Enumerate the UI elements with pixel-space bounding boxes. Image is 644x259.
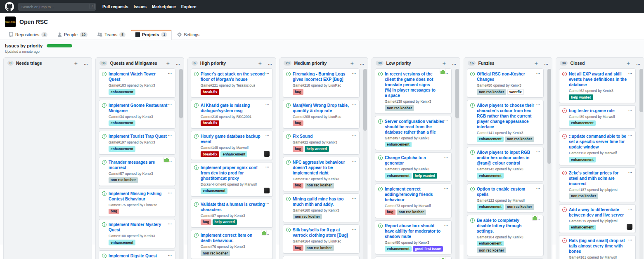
project-card[interactable]: ✓ Not all EXP award and skill events hav…	[559, 68, 636, 103]
project-card[interactable]: ! Implement Gnome Restaurant Minigame Ga…	[99, 100, 175, 129]
add-card-button[interactable]: +	[258, 61, 262, 65]
card-menu-button[interactable]: …	[265, 101, 270, 106]
project-card[interactable]: ✓ bug tester in-game role Game#89 opened…	[559, 105, 636, 129]
project-card[interactable]: ! Al Kharid gate is missing dialogue/sys…	[191, 100, 273, 129]
project-card[interactable]: ! Implement Digsite Quest Game#181 opene…	[99, 250, 175, 259]
issue-title-link[interactable]: Implement Murder Mystery Quest	[109, 222, 168, 233]
card-menu-button[interactable]: …	[168, 70, 173, 75]
project-card[interactable]: ! Implement Missing Fishing Contest Beha…	[99, 188, 175, 217]
column-scrollbar-thumb[interactable]	[547, 69, 551, 164]
issue-title-link[interactable]: Report abuse box should have ability for…	[385, 223, 445, 239]
project-card[interactable]: ! In recent versions of the client the g…	[375, 68, 452, 114]
project-card[interactable]: ! Thrander messages are incorrect Game#5…	[99, 157, 175, 186]
project-card[interactable]: ! Firemaking - Burning Logs gives incorr…	[283, 68, 360, 98]
project-card[interactable]: ! Player's get stuck on the second floor…	[191, 68, 273, 98]
org-name[interactable]: Open RSC	[19, 19, 48, 25]
column-scrollbar-thumb[interactable]	[179, 69, 183, 118]
issue-title-link[interactable]: Implement Missing Fishing Contest Behavi…	[109, 191, 168, 202]
project-card[interactable]: ! Implement correct item on death behavi…	[191, 230, 273, 259]
issue-title-link[interactable]: Implement Gnome Restaurant Minigame	[109, 103, 168, 113]
issue-title-link[interactable]: Allow players to input RGB and/or hex co…	[477, 150, 537, 166]
card-menu-button[interactable]: …	[444, 154, 449, 158]
issue-title-link[interactable]: Implement Tourist Trap Quest	[109, 134, 168, 139]
project-card[interactable]: ! Option to enable custom spells Game#12…	[467, 184, 544, 213]
column-scrollbar-thumb[interactable]	[363, 69, 367, 131]
project-card[interactable]: ! Validate that a human is creating char…	[191, 199, 273, 228]
project-card[interactable]: ! Mining guild mine has too much mith an…	[283, 193, 360, 223]
project-card[interactable]: ! Change Captcha to a generator Game#21 …	[375, 152, 452, 181]
nav-marketplace[interactable]: Marketplace	[152, 5, 176, 9]
issue-title-link[interactable]: Implement correct adding/removing friend…	[385, 186, 445, 202]
project-card[interactable]: ! Implement proper nginx conf from dev i…	[191, 162, 273, 197]
org-avatar[interactable]: Open RSC	[5, 16, 16, 27]
assignee-avatar[interactable]	[264, 188, 270, 193]
assignee-avatar[interactable]	[163, 157, 169, 162]
issue-title-link[interactable]: Rats (big and small) drop rat tails almo…	[569, 238, 629, 254]
issue-title-link[interactable]: Zeke's scimitar prices for steel and mit…	[569, 170, 629, 186]
project-card[interactable]: ! Report abuse box should have ability f…	[375, 220, 452, 255]
column-menu-button[interactable]: …	[84, 61, 88, 66]
column-menu-button[interactable]: …	[268, 61, 272, 66]
project-card[interactable]: ! Fix Sound Game#22 opened by Kenix3 bug…	[283, 131, 360, 155]
tab-people[interactable]: People 10	[53, 29, 92, 40]
card-menu-button[interactable]: …	[352, 257, 357, 259]
project-card[interactable]: ✓ ::update command able to be set a spec…	[559, 131, 636, 165]
nav-pull-requests[interactable]: Pull requests	[102, 5, 128, 9]
project-card[interactable]: ! Implement correct adding/removing frie…	[375, 184, 452, 218]
project-card[interactable]: ! Allow players to choose their characte…	[467, 100, 544, 145]
card-menu-button[interactable]: …	[628, 107, 633, 111]
assignee-avatar[interactable]	[440, 68, 445, 74]
tab-repositories[interactable]: Repositories 4	[4, 29, 52, 40]
issue-title-link[interactable]: Not all EXP award and skill events have …	[569, 71, 629, 87]
card-menu-button[interactable]: …	[444, 222, 449, 226]
card-menu-button[interactable]: …	[536, 185, 541, 190]
project-card[interactable]: ! Be able to completely disable lottery …	[467, 215, 544, 256]
project-card[interactable]: ! Official RSC non-Kosher Changes Game#5…	[467, 68, 544, 98]
issue-title-link[interactable]: bug tester in-game role	[569, 108, 629, 113]
card-menu-button[interactable]: …	[628, 237, 633, 241]
card-menu-button[interactable]: …	[536, 148, 541, 153]
card-menu-button[interactable]: …	[352, 158, 357, 163]
tab-projects[interactable]: Projects 1	[131, 30, 172, 40]
project-card[interactable]: ✓ Add a way to differentiate between dev…	[559, 204, 636, 233]
column-menu-button[interactable]: …	[544, 61, 548, 66]
project-card[interactable]: ✓ Rats (big and small) drop rat tails al…	[559, 235, 636, 259]
card-menu-button[interactable]: …	[352, 226, 357, 231]
tab-settings[interactable]: Settings	[173, 29, 204, 40]
issue-title-link[interactable]: Implement Digsite Quest	[109, 253, 168, 259]
issue-title-link[interactable]: Server configuration variables should be…	[385, 119, 445, 135]
project-card[interactable]: ✓ Zeke's scimitar prices for steel and m…	[559, 167, 636, 202]
assignee-avatar[interactable]	[627, 224, 632, 230]
card-menu-button[interactable]: …	[352, 132, 357, 137]
column-menu-button[interactable]: …	[176, 61, 180, 66]
card-menu-button[interactable]: …	[168, 132, 173, 137]
add-card-button[interactable]: +	[627, 61, 630, 65]
issue-title-link[interactable]: Allow players to choose their character'…	[477, 103, 537, 130]
project-card[interactable]: ! Implement Murder Mystery Quest Game#18…	[99, 219, 175, 248]
issue-title-link[interactable]: Option to enable custom spells	[477, 186, 537, 197]
project-card[interactable]: ! Allow players to input RGB and/or hex …	[467, 147, 544, 181]
issue-title-link[interactable]: Be able to completely disable lottery th…	[477, 218, 529, 234]
issue-title-link[interactable]: Silk buy/sells for 0 gp at varrock cloth…	[293, 227, 353, 238]
column-scrollbar-thumb[interactable]	[639, 69, 643, 112]
issue-title-link[interactable]: Mining guild mine has too much mith and …	[293, 196, 353, 207]
card-menu-button[interactable]: …	[265, 200, 270, 205]
issue-title-link[interactable]: Add a way to differentiate between dev a…	[569, 207, 629, 218]
card-menu-button[interactable]: …	[352, 70, 357, 75]
search-input[interactable]	[18, 3, 96, 11]
project-card[interactable]: ! Update Commands in CommandHandler.java…	[375, 257, 452, 259]
add-card-button[interactable]: +	[535, 61, 538, 65]
column-menu-button[interactable]: …	[360, 61, 364, 66]
github-logo[interactable]	[5, 2, 14, 11]
card-menu-button[interactable]: …	[265, 70, 270, 75]
card-menu-button[interactable]: …	[536, 101, 541, 106]
issue-title-link[interactable]: Al Kharid gate is missing dialogue/syste…	[201, 103, 266, 113]
nav-explore[interactable]: Explore	[181, 5, 197, 9]
project-card[interactable]: ! Able to clean muddy guam at lvl 1 [Bug…	[283, 256, 360, 259]
assignee-avatar[interactable]	[440, 257, 445, 259]
issue-title-link[interactable]: ::update command able to be set a specif…	[569, 134, 629, 150]
column-scrollbar-thumb[interactable]	[455, 69, 459, 118]
issue-title-link[interactable]: Official RSC non-Kosher Changes	[477, 71, 537, 82]
project-card[interactable]: ! Server configuration variables should …	[375, 116, 452, 151]
add-card-button[interactable]: +	[443, 61, 446, 65]
